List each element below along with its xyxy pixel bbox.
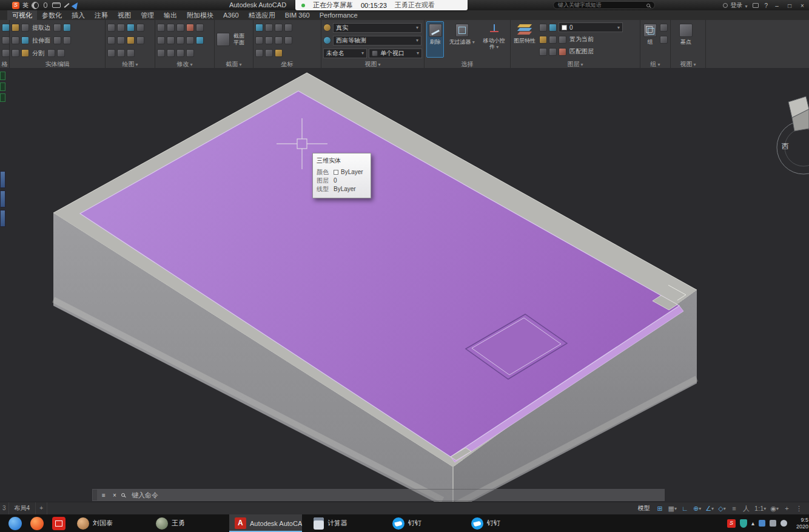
ucs-x-icon[interactable] [284, 36, 292, 44]
layer-lock-icon[interactable] [539, 36, 547, 44]
ucs-named-icon[interactable] [275, 49, 283, 57]
layer-thaw-icon[interactable] [549, 48, 557, 56]
layout-tab-partial[interactable]: 3 [0, 502, 9, 514]
command-close-icon[interactable] [110, 492, 119, 499]
copy-icon[interactable] [196, 24, 204, 32]
ucs-previous-icon[interactable] [265, 24, 273, 32]
tab-output[interactable]: 输出 [159, 10, 182, 20]
close-button[interactable] [799, 2, 806, 9]
array-icon[interactable] [196, 36, 204, 44]
extrude-faces-button[interactable]: 拉伸面 [32, 36, 50, 45]
rotate-icon[interactable] [167, 24, 175, 32]
app-store-cart-icon[interactable] [753, 3, 759, 8]
panel-label-coordinates[interactable]: 坐标 [253, 60, 321, 68]
ucs-face-icon[interactable] [275, 24, 283, 32]
command-customize-icon[interactable] [99, 492, 108, 499]
osnap-icon[interactable]: ◇ [717, 503, 727, 514]
layer-on-icon[interactable] [539, 48, 547, 56]
tab-annotate[interactable]: 注释 [90, 10, 113, 20]
tab-insert[interactable]: 插入 [67, 10, 90, 20]
command-prompt[interactable]: 键入命令 [132, 491, 158, 500]
check-icon[interactable] [57, 49, 65, 57]
input-lang-label[interactable]: 英 [22, 1, 29, 10]
clean-icon[interactable] [47, 49, 55, 57]
tab-a360[interactable]: A360 [218, 10, 244, 20]
compass-icon[interactable] [323, 36, 331, 44]
panel-label-solid-editing[interactable]: 实体编辑 [10, 60, 105, 68]
quill-icon[interactable] [72, 1, 81, 10]
panel-label-layers[interactable]: 图层 [511, 60, 640, 68]
ucs-z-icon[interactable] [265, 49, 273, 57]
grid-icon[interactable]: ⊞ [655, 503, 665, 514]
search-icon[interactable] [646, 4, 650, 7]
screen-share-bar[interactable]: 正在分享屏幕 00:15:23 王勇正在观看 [295, 0, 468, 10]
layer-delete-icon[interactable] [559, 48, 566, 56]
taskbar-calculator[interactable]: 计算器 [308, 514, 381, 532]
layer-select[interactable]: 0 [559, 22, 623, 32]
draw-line-icon[interactable] [107, 24, 115, 32]
mini-icon[interactable] [0, 72, 5, 80]
panel-label-base-view[interactable]: 视图 [671, 60, 705, 68]
base-view-button[interactable]: 基点 [673, 21, 699, 58]
tab-manage[interactable]: 管理 [136, 10, 159, 20]
panel-label-mesh[interactable]: 格 [0, 60, 9, 68]
mesh-refine-icon[interactable] [2, 36, 10, 44]
draw-ellipse-icon[interactable] [117, 36, 125, 44]
taskbar-chat-liuguotai[interactable]: 刘国泰 [72, 514, 144, 532]
message-icon[interactable] [759, 520, 765, 527]
ucs-object-icon[interactable] [284, 24, 292, 32]
annotation-scale-button[interactable]: 1:1 [753, 503, 767, 514]
tab-addins[interactable]: 附加模块 [182, 10, 218, 20]
draw-polyline-icon[interactable] [117, 24, 125, 32]
viewport-config-select[interactable]: 单个视口 [369, 49, 422, 58]
tab-bim360[interactable]: BIM 360 [280, 10, 315, 20]
view-orientation-select[interactable]: 西南等轴测 [333, 36, 421, 45]
tab-performance[interactable]: Performance [315, 10, 363, 20]
draw-rectangle-icon[interactable] [107, 36, 115, 44]
tab-parametric[interactable]: 参数化 [37, 10, 67, 20]
imprint-icon[interactable] [53, 24, 61, 32]
union-icon[interactable] [21, 24, 29, 32]
polar-icon[interactable]: ⊕ [692, 503, 702, 514]
stretch-icon[interactable] [167, 49, 175, 57]
thumbnail[interactable] [0, 190, 5, 207]
match-layer-button[interactable]: 匹配图层 [568, 47, 595, 56]
layer-isolate-icon[interactable] [559, 36, 566, 44]
keyboard-icon[interactable] [52, 2, 61, 8]
add-layout-button[interactable]: + [36, 502, 47, 514]
ucs-3point-icon[interactable] [275, 36, 283, 44]
panel-label-groups[interactable]: 组 [640, 60, 670, 68]
section-plane-button[interactable]: 截面平面 [217, 21, 251, 58]
draw-point-icon[interactable] [107, 49, 115, 57]
draw-spline-icon[interactable] [136, 36, 144, 44]
signin-button[interactable]: 登录 [723, 1, 747, 10]
layer-freeze-icon[interactable] [549, 24, 557, 32]
ucs-zaxis-icon[interactable] [265, 36, 273, 44]
command-search-icon[interactable] [121, 493, 125, 497]
tab-featured-apps[interactable]: 精选应用 [244, 10, 280, 20]
media-app-icon[interactable] [52, 517, 65, 530]
tray-clock[interactable]: 9:5 2020 [791, 517, 808, 530]
move-icon[interactable] [157, 24, 165, 32]
move-face-icon[interactable] [63, 36, 71, 44]
split-button[interactable]: 分割 [32, 49, 44, 58]
isodraft-icon[interactable]: ∠ [704, 503, 715, 514]
draw-hatch-icon[interactable] [127, 36, 135, 44]
subtract-icon[interactable] [12, 36, 19, 44]
isolate-icon[interactable]: 人 [741, 503, 751, 514]
erase-icon[interactable] [186, 24, 194, 32]
panel-label-draw[interactable]: 绘图 [106, 60, 155, 68]
group-edit-icon[interactable] [660, 36, 668, 44]
security-shield-icon[interactable] [740, 519, 747, 528]
taper-face-icon[interactable] [53, 36, 61, 44]
maximize-button[interactable] [786, 2, 793, 9]
mic-icon[interactable] [44, 2, 47, 8]
extract-edges-button[interactable]: 提取边 [32, 24, 50, 32]
sogou-tray-icon[interactable] [727, 519, 736, 528]
sogou-logo-icon[interactable] [12, 2, 19, 9]
plus-icon[interactable]: + [782, 503, 792, 514]
panel-label-view[interactable]: 视图 [321, 60, 424, 68]
gizmo-button[interactable]: 移动小控件 [480, 21, 508, 58]
taskbar-dingtalk-2[interactable]: 钉钉 [466, 514, 539, 532]
draw-circle-icon[interactable] [127, 24, 135, 32]
